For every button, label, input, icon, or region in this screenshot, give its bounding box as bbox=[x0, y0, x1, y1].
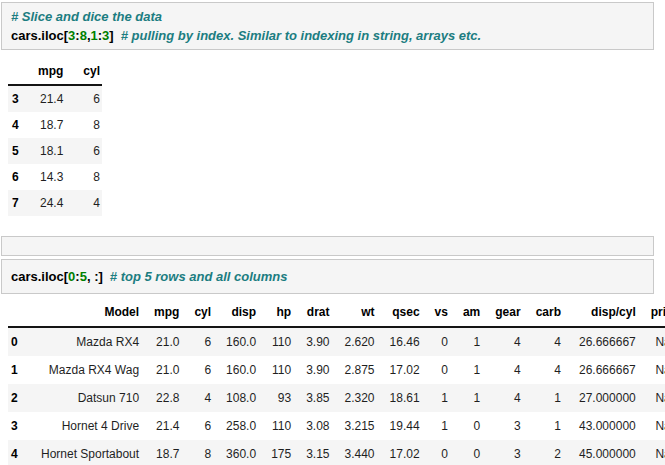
column-header: am bbox=[450, 298, 482, 327]
cell: 0 bbox=[422, 327, 450, 356]
cell: 4 bbox=[482, 384, 522, 412]
cell: 21.4 bbox=[20, 85, 65, 112]
cell: 22.8 bbox=[141, 384, 181, 412]
cell: 43.000000 bbox=[563, 412, 638, 440]
row-index: 1 bbox=[8, 356, 21, 384]
column-header: disp bbox=[213, 298, 258, 327]
cell: 3.90 bbox=[293, 327, 331, 356]
cell: 8 bbox=[65, 164, 102, 190]
cell: 1 bbox=[422, 384, 450, 412]
cell: Mazda RX4 bbox=[21, 327, 141, 356]
cell: 18.61 bbox=[377, 384, 422, 412]
column-header: cyl bbox=[65, 58, 102, 85]
column-header: mpg bbox=[20, 58, 65, 85]
header-row: Modelmpgcyldisphpdratwtqsecvsamgearcarbd… bbox=[8, 298, 665, 327]
cell: NaN bbox=[638, 384, 665, 412]
inline-comment: # top 5 rows and all columns bbox=[110, 269, 288, 284]
table-row: 321.46 bbox=[8, 85, 102, 112]
cell: 0 bbox=[450, 412, 482, 440]
column-header: mpg bbox=[141, 298, 181, 327]
cell: 6 bbox=[181, 327, 213, 356]
cell: Datsun 710 bbox=[21, 384, 141, 412]
code-line: cars.iloc[3:8,1:3]# pulling by index. Si… bbox=[11, 26, 644, 45]
cell: 2.320 bbox=[332, 384, 377, 412]
row-index: 7 bbox=[8, 190, 20, 216]
cell: 4 bbox=[523, 356, 563, 384]
cell: 6 bbox=[65, 85, 102, 112]
header-row: mpgcyl bbox=[8, 58, 102, 85]
column-header: disp/cyl bbox=[563, 298, 638, 327]
cell: NaN bbox=[638, 356, 665, 384]
cell: 4 bbox=[523, 327, 563, 356]
cell: 3 bbox=[482, 412, 522, 440]
empty-cell[interactable] bbox=[1, 236, 654, 256]
cell: 16.46 bbox=[377, 327, 422, 356]
row-index: 3 bbox=[8, 85, 20, 112]
column-header: carb bbox=[523, 298, 563, 327]
cell: 19.44 bbox=[377, 412, 422, 440]
cell: 110 bbox=[258, 412, 293, 440]
cell: 110 bbox=[258, 327, 293, 356]
notebook-page: # Slice and dice the data cars.iloc[3:8,… bbox=[0, 2, 665, 465]
code-token: ] bbox=[109, 28, 113, 43]
cell: 3.85 bbox=[293, 384, 331, 412]
cell: NaN bbox=[638, 327, 665, 356]
output-table-top5: Modelmpgcyldisphpdratwtqsecvsamgearcarbd… bbox=[8, 298, 665, 465]
code-token: , :] bbox=[87, 269, 103, 284]
table-row: 4Hornet Sportabout18.78360.01753.153.440… bbox=[8, 440, 665, 465]
cell: 0 bbox=[422, 356, 450, 384]
row-index: 4 bbox=[8, 112, 20, 138]
output-area-2: Modelmpgcyldisphpdratwtqsecvsamgearcarbd… bbox=[0, 298, 665, 465]
code-token: cars.iloc[ bbox=[11, 28, 68, 43]
cell: 17.02 bbox=[377, 356, 422, 384]
cell: 3.215 bbox=[332, 412, 377, 440]
code-token: cars.iloc[ bbox=[11, 269, 68, 284]
cell: 360.0 bbox=[213, 440, 258, 465]
cell: Hornet Sportabout bbox=[21, 440, 141, 465]
cell: 8 bbox=[181, 440, 213, 465]
cell: 18.7 bbox=[20, 112, 65, 138]
column-header: wt bbox=[332, 298, 377, 327]
column-header: gear bbox=[482, 298, 522, 327]
cell: 1 bbox=[523, 412, 563, 440]
cell: 6 bbox=[181, 356, 213, 384]
output-table-slice: mpgcyl321.46418.78518.16614.38724.44 bbox=[8, 58, 102, 216]
cell: 21.0 bbox=[141, 356, 181, 384]
code-comment-line: # Slice and dice the data bbox=[11, 7, 644, 26]
cell: 4 bbox=[181, 384, 213, 412]
cell: 1 bbox=[523, 384, 563, 412]
row-index: 6 bbox=[8, 164, 20, 190]
cell: 17.02 bbox=[377, 440, 422, 465]
row-index: 0 bbox=[8, 327, 21, 356]
column-header: cyl bbox=[181, 298, 213, 327]
cell: Hornet 4 Drive bbox=[21, 412, 141, 440]
cell: 21.0 bbox=[141, 327, 181, 356]
cell: 160.0 bbox=[213, 327, 258, 356]
cell: 258.0 bbox=[213, 412, 258, 440]
table-row: 0Mazda RX421.06160.01103.902.62016.46014… bbox=[8, 327, 665, 356]
cell: 0 bbox=[450, 440, 482, 465]
cell: 3.15 bbox=[293, 440, 331, 465]
cell: 2 bbox=[523, 440, 563, 465]
cell: 4 bbox=[482, 356, 522, 384]
cell: 24.4 bbox=[20, 190, 65, 216]
cell: 21.4 bbox=[141, 412, 181, 440]
column-header: qsec bbox=[377, 298, 422, 327]
column-header: price bbox=[638, 298, 665, 327]
cell: 1 bbox=[450, 384, 482, 412]
cell: NaN bbox=[638, 440, 665, 465]
code-number: 1 bbox=[91, 28, 98, 43]
code-cell-slice[interactable]: # Slice and dice the data cars.iloc[3:8,… bbox=[1, 2, 654, 50]
cell: 110 bbox=[258, 356, 293, 384]
cell: 3.440 bbox=[332, 440, 377, 465]
cell: 3.90 bbox=[293, 356, 331, 384]
code-line: cars.iloc[0:5, :]# top 5 rows and all co… bbox=[11, 267, 644, 286]
cell: 18.1 bbox=[20, 138, 65, 164]
table-row: 518.16 bbox=[8, 138, 102, 164]
inline-comment: # pulling by index. Similar to indexing … bbox=[121, 28, 481, 43]
code-cell-top5[interactable]: cars.iloc[0:5, :]# top 5 rows and all co… bbox=[1, 259, 654, 294]
code-number: 8 bbox=[80, 28, 87, 43]
cell: 160.0 bbox=[213, 356, 258, 384]
column-header bbox=[8, 298, 21, 327]
cell: 6 bbox=[65, 138, 102, 164]
